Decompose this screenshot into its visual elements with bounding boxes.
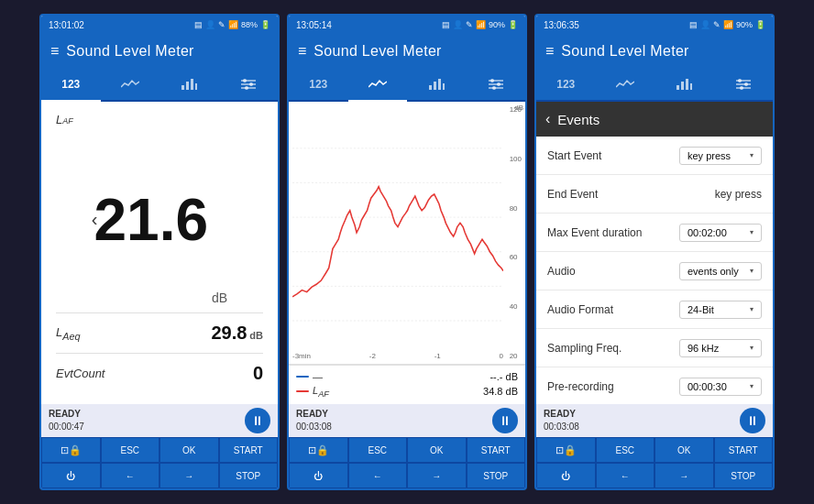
tab-tab-bar[interactable]: [407, 69, 467, 102]
btn--[interactable]: ←: [101, 463, 160, 488]
app-title: Sound Level Meter: [314, 43, 441, 60]
btn--[interactable]: →: [654, 463, 714, 488]
tab-tab-123[interactable]: 123: [41, 69, 101, 102]
tab-label: 123: [61, 78, 80, 91]
pause-button[interactable]: ⏸: [492, 408, 518, 433]
btn--[interactable]: →: [160, 463, 219, 488]
btn-stop[interactable]: STOP: [714, 463, 774, 488]
battery-pct: 88%: [241, 20, 258, 29]
status-bar: 13:06:35 ▤ 👤 ✎ 📶 90% 🔋: [536, 16, 773, 34]
chevron-down-icon: ▾: [750, 382, 754, 390]
btn-ok[interactable]: OK: [160, 437, 219, 463]
tab-tab-bar[interactable]: [654, 69, 714, 102]
phone-screen-2: 13:05:14 ▤ 👤 ✎ 📶 90% 🔋 ≡ Sound Level Met…: [287, 14, 527, 490]
menu-icon[interactable]: ≡: [298, 43, 306, 60]
tab-tab-graph[interactable]: [101, 69, 160, 102]
btn-label-stop: STOP: [731, 471, 755, 481]
tab-bar: 123: [536, 69, 773, 102]
ready-state: READY: [544, 408, 579, 421]
svg-point-33: [738, 79, 742, 82]
btn--[interactable]: →: [407, 463, 467, 488]
btn-start[interactable]: START: [219, 437, 279, 463]
y-axis-label: 60: [510, 253, 522, 261]
btn----[interactable]: ⊡🔒: [41, 437, 101, 463]
btn-label-start: START: [234, 445, 263, 455]
svg-rect-26: [676, 85, 679, 90]
svg-point-17: [490, 79, 494, 82]
btn-esc[interactable]: ESC: [348, 437, 408, 463]
tab-label: 123: [556, 78, 575, 91]
btn--[interactable]: ⏻: [536, 463, 596, 488]
tab-tab-123[interactable]: 123: [289, 69, 348, 102]
back-button[interactable]: ‹: [545, 111, 550, 127]
btn-start[interactable]: START: [714, 437, 774, 463]
graph-area: 12010080604020dB-3min-2-10: [289, 102, 525, 365]
bottom-buttons: ⊡🔒ESCOKSTART⏻←→STOP: [41, 437, 278, 488]
pause-icon: ⏸: [499, 413, 512, 428]
btn----[interactable]: ⊡🔒: [289, 437, 348, 463]
btn-label-start: START: [481, 445, 511, 455]
dropdown-0[interactable]: key press ▾: [679, 147, 762, 165]
button-row-1: ⏻←→STOP: [41, 463, 278, 488]
dropdown-value-5: 96 kHz: [688, 343, 719, 354]
btn-esc[interactable]: ESC: [101, 437, 160, 463]
status-icons: ▤ 👤 ✎ 📶 90% 🔋: [689, 20, 765, 29]
tab-tab-settings[interactable]: [714, 69, 774, 102]
x-axis-label: -3min: [292, 352, 311, 360]
btn-ok[interactable]: OK: [654, 437, 714, 463]
btn-stop[interactable]: STOP: [467, 463, 526, 488]
btn--[interactable]: ←: [596, 463, 655, 488]
button-row-0: ⊡🔒ESCOKSTART: [536, 437, 773, 463]
legend-value-1: 34.8 dB: [483, 386, 518, 397]
tab-tab-settings[interactable]: [467, 69, 526, 102]
svg-point-7: [243, 79, 247, 82]
dropdown-3[interactable]: events only ▾: [679, 262, 762, 280]
setting-label-3: Audio: [547, 265, 576, 278]
btn----[interactable]: ⊡🔒: [536, 437, 596, 463]
btn-esc[interactable]: ESC: [596, 437, 655, 463]
dropdown-5[interactable]: 96 kHz ▾: [679, 339, 762, 357]
notification-icon: ▤: [442, 20, 450, 29]
dropdown-value-3: events only: [688, 266, 739, 277]
btn-ok[interactable]: OK: [407, 437, 467, 463]
svg-rect-0: [182, 85, 184, 90]
svg-rect-1: [186, 82, 189, 90]
btn-label-esc: ESC: [615, 445, 634, 455]
dropdown-6[interactable]: 00:00:30 ▾: [679, 378, 762, 396]
app-header: ≡ Sound Level Meter: [289, 34, 525, 69]
battery-pct: 90%: [736, 20, 753, 29]
btn-stop[interactable]: STOP: [219, 463, 279, 488]
button-row-1: ⏻←→STOP: [536, 463, 773, 488]
btn-label-ok: OK: [677, 445, 690, 455]
dropdown-4[interactable]: 24-Bit ▾: [679, 301, 762, 319]
dropdown-2[interactable]: 00:02:00 ▾: [679, 224, 762, 242]
status-time: 13:05:14: [296, 20, 332, 30]
btn--[interactable]: ⏻: [289, 463, 348, 488]
svg-point-18: [497, 82, 500, 86]
status-time: 13:06:35: [544, 20, 579, 30]
x-axis-label: -1: [434, 352, 441, 360]
svg-rect-2: [191, 79, 193, 90]
main-content: 12010080604020dB-3min-2-10 — --.- dB LAF…: [289, 102, 525, 404]
setting-value-5: 96 kHz ▾: [679, 339, 762, 357]
btn--[interactable]: ⏻: [41, 463, 101, 488]
btn-label-esc: ESC: [368, 445, 387, 455]
wifi-icon: 📶: [723, 20, 733, 29]
pause-button[interactable]: ⏸: [740, 408, 765, 433]
pause-button[interactable]: ⏸: [245, 408, 270, 433]
tab-tab-graph[interactable]: [348, 69, 408, 102]
setting-value-4: 24-Bit ▾: [679, 301, 762, 319]
menu-icon[interactable]: ≡: [50, 43, 59, 60]
tab-tab-bar[interactable]: [160, 69, 219, 102]
phone-screen-3: 13:06:35 ▤ 👤 ✎ 📶 90% 🔋 ≡ Sound Level Met…: [534, 14, 775, 490]
laeq-row: LAeq 29.8 dB: [56, 312, 263, 353]
svg-point-9: [245, 86, 248, 90]
tab-tab-123[interactable]: 123: [536, 69, 596, 102]
btn-start[interactable]: START: [467, 437, 526, 463]
menu-icon[interactable]: ≡: [545, 43, 554, 60]
setting-value-2: 00:02:00 ▾: [679, 224, 762, 242]
btn--[interactable]: ←: [348, 463, 408, 488]
tab-tab-settings[interactable]: [219, 69, 279, 102]
tab-tab-graph[interactable]: [596, 69, 655, 102]
ready-time: 00:00:47: [49, 421, 84, 433]
